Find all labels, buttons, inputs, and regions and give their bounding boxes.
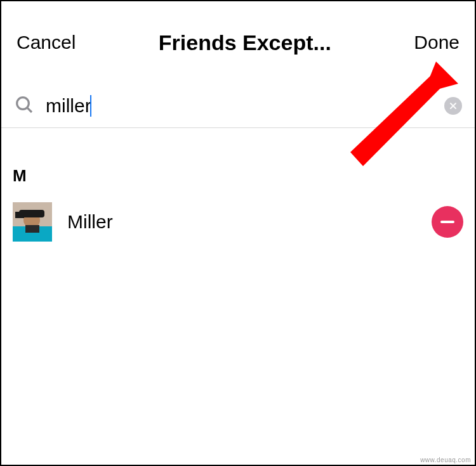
watermark: www.deuaq.com [420, 456, 471, 463]
friend-name: Miller [67, 211, 432, 233]
modal-title: Friends Except... [76, 30, 414, 55]
search-bar[interactable]: miller [1, 84, 475, 128]
cancel-button[interactable]: Cancel [17, 32, 76, 53]
avatar [13, 202, 52, 242]
minus-icon [440, 221, 454, 223]
svg-rect-9 [25, 225, 39, 233]
search-value: miller [46, 95, 91, 117]
done-button[interactable]: Done [414, 32, 459, 53]
section-letter: M [1, 166, 475, 198]
list-item[interactable]: Miller [1, 198, 475, 245]
svg-line-1 [27, 108, 32, 112]
remove-friend-button[interactable] [432, 206, 463, 238]
search-icon [14, 94, 46, 117]
friends-list: M Miller [1, 128, 475, 245]
text-cursor [90, 95, 91, 117]
svg-rect-8 [15, 212, 24, 218]
search-input[interactable]: miller [46, 95, 439, 117]
clear-search-button[interactable] [444, 97, 462, 115]
svg-point-0 [17, 97, 29, 109]
modal-header: Cancel Friends Except... Done [1, 1, 475, 84]
